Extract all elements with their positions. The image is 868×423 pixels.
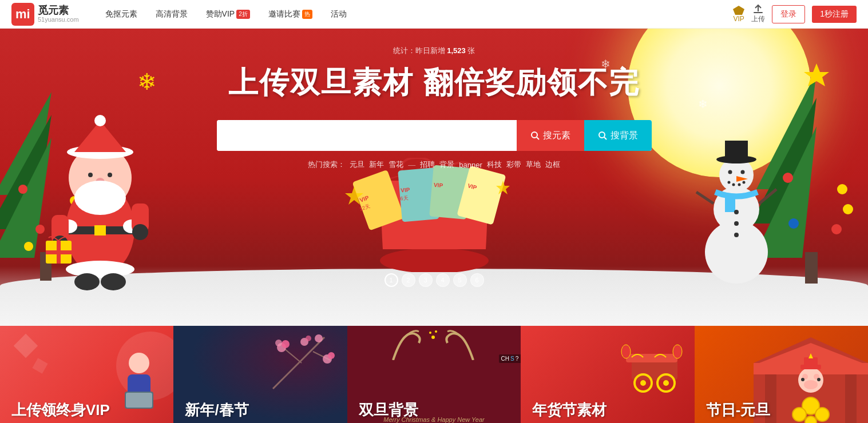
svg-point-95 [315,334,323,342]
card1-label: 上传领终身VIP [11,400,110,420]
carousel-dots: 1 2 3 4 5 6 [385,273,484,287]
svg-point-122 [817,378,821,381]
hot-tag-4[interactable]: 背景 [439,159,454,170]
hot-tag-0[interactable]: 元旦 [350,159,364,170]
header-vip-link[interactable]: VIP [733,6,744,23]
logo-main-text: 觅元素 [38,5,79,17]
hero-stat: 统计：昨日新增 1,523 张 [393,46,475,56]
svg-point-54 [728,181,731,184]
carousel-dot-3[interactable]: 3 [419,273,433,287]
header-upload-link[interactable]: 上传 [751,4,765,24]
nav-invite[interactable]: 邀请比赛 热 [259,0,322,29]
nav-activity[interactable]: 活动 [322,0,356,29]
card-double-dan[interactable]: Merry Christmas & Happy New Year 双旦背景 CH… [347,326,521,423]
svg-point-97 [435,330,437,333]
svg-line-63 [759,189,776,203]
header-right: VIP 上传 登录 1秒注册 [733,4,857,24]
svg-point-118 [804,380,818,389]
nav-vip[interactable]: 赞助VIP 2折 [197,0,259,29]
gift-vouchers-area: VIP 12天 VIP 6天 VIP VIP [326,158,543,274]
svg-point-40 [132,224,148,240]
svg-line-62 [696,192,714,203]
logo-text: 觅元素 51yuansu.com [38,5,79,23]
svg-point-90 [275,340,282,346]
svg-point-94 [306,336,311,341]
svg-point-24 [66,261,134,278]
card3-browser-ui: CH S ? [499,354,521,363]
card1-shape1 [14,334,38,358]
svg-point-42 [101,273,126,290]
card-upload-vip[interactable]: 上传领终身VIP [0,326,173,423]
nav-hd[interactable]: 高清背景 [146,0,197,29]
svg-rect-2 [754,12,763,13]
search-bg-button[interactable]: 搜背景 [584,120,652,151]
svg-point-106 [673,345,682,358]
svg-line-80 [604,137,607,139]
card1-person [116,349,162,414]
svg-point-29 [88,173,93,177]
svg-point-92 [328,352,335,359]
hot-tag-2[interactable]: 雪花 [389,159,403,170]
svg-marker-1 [733,6,744,15]
svg-text:6天: 6天 [400,195,409,201]
hot-tag-8[interactable]: 草地 [526,159,541,170]
card1-shape2 [32,358,47,373]
svg-point-30 [108,173,112,177]
register-button[interactable]: 1秒注册 [812,6,857,23]
hot-tag-5[interactable]: banner [459,161,482,169]
svg-text:mi: mi [15,7,30,21]
nav-free[interactable]: 免抠元素 [96,0,146,29]
svg-rect-45 [46,250,72,254]
card-nian-huo[interactable]: 年货节素材 [521,326,694,423]
svg-rect-58 [725,195,735,212]
svg-point-79 [599,132,605,138]
card5-label: 节日-元旦 [706,400,771,420]
svg-point-98 [429,332,431,334]
card2-label: 新年/春节 [185,400,248,420]
carousel-dot-5[interactable]: 5 [453,273,467,287]
search-bar: 搜元素 搜背景 [217,120,652,151]
svg-point-89 [282,340,290,348]
hot-tag-7[interactable]: 彩带 [506,159,521,170]
search-yuan-button[interactable]: 搜元素 [517,120,584,151]
svg-line-86 [284,349,302,363]
svg-point-41 [74,273,100,290]
login-button[interactable]: 登录 [772,5,805,23]
card3-label: 双旦背景 [359,400,418,420]
search-input[interactable] [217,120,517,151]
carousel-dot-4[interactable]: 4 [436,273,450,287]
hot-tag-6[interactable]: 科技 [487,159,502,170]
santa-illustration [46,115,154,294]
vip-diamond-icon [733,6,744,15]
svg-point-55 [732,183,735,186]
carousel-dot-6[interactable]: 6 [470,273,484,287]
logo-icon: mi [11,3,34,26]
hot-tag-1[interactable]: 新年 [369,159,384,170]
card3-top-deco [347,326,521,360]
carousel-dot-1[interactable]: 1 [385,273,398,287]
svg-point-52 [741,170,745,174]
vip-badge: 2折 [236,10,250,19]
svg-point-81 [129,353,149,373]
hero-title: 上传双旦素材 翻倍奖励领不完 [228,63,639,103]
carousel-dot-2[interactable]: 2 [402,273,415,287]
header: mi 觅元素 51yuansu.com 免抠元素 高清背景 赞助VIP 2折 邀… [0,0,868,29]
hot-tag-9[interactable]: 边框 [545,159,560,170]
svg-point-20 [788,218,799,229]
card-yuan-dan[interactable]: 节日-元旦 TE JE [695,326,868,423]
svg-point-104 [663,380,669,386]
svg-point-64 [380,248,489,272]
card-new-year[interactable]: 新年/春节 [173,326,347,423]
svg-point-116 [805,416,817,423]
svg-point-56 [738,183,741,186]
svg-rect-50 [725,141,748,161]
svg-rect-110 [845,374,857,423]
svg-text:VIP: VIP [433,182,443,189]
logo[interactable]: mi 觅元素 51yuansu.com [11,3,79,26]
svg-rect-16 [805,252,818,284]
card2-flowers [267,332,336,402]
hot-tag-3[interactable]: 招聘 [420,159,435,170]
svg-point-28 [94,115,106,126]
svg-point-102 [640,380,646,386]
svg-point-11 [24,242,33,251]
